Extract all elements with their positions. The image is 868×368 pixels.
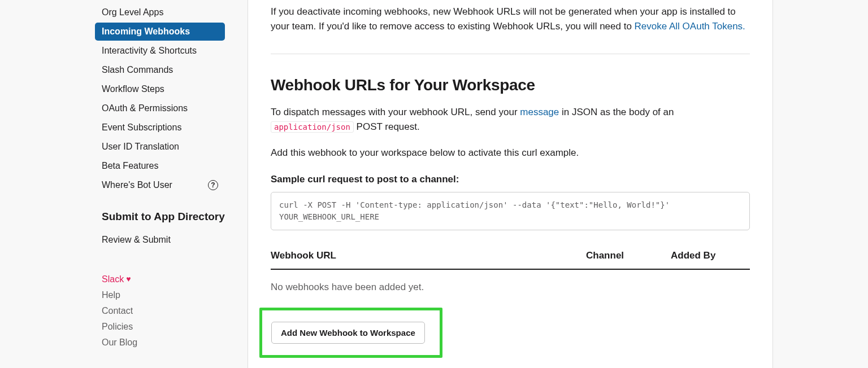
desc-part2: in JSON as the body of an [559,107,674,117]
submit-list: Review & Submit [95,231,225,249]
sidebar-item-user-id-translation[interactable]: User ID Translation [95,138,225,156]
footer-label: Our Blog [102,338,137,347]
nav-list: Org Level Apps Incoming Webhooks Interac… [95,3,225,194]
intro-text: If you deactivate incoming webhooks, new… [271,5,750,34]
sidebar-item-label: Interactivity & Shortcuts [102,44,197,58]
sidebar-item-label: Org Level Apps [102,6,163,19]
footer-brand-label: Slack [102,273,124,286]
main-content: If you deactivate incoming webhooks, new… [248,0,773,368]
table-head: Webhook URL Channel Added By [271,248,750,270]
desc-part3: POST request. [354,121,420,132]
footer-label: Policies [102,322,133,331]
code-block[interactable]: curl -X POST -H 'Content-type: applicati… [271,192,750,230]
footer-brand[interactable]: Slack ♥ [95,271,225,287]
empty-row: No webhooks have been added yet. [271,270,750,308]
sidebar-item-org-level-apps[interactable]: Org Level Apps [95,3,225,21]
sidebar: Org Level Apps Incoming Webhooks Interac… [95,0,225,368]
sidebar-item-label: Where's Bot User [102,178,172,192]
message-link[interactable]: message [520,107,559,117]
sample-label: Sample curl request to post to a channel… [271,172,750,187]
desc-part1: To dispatch messages with your webhook U… [271,107,520,117]
sidebar-item-workflow-steps[interactable]: Workflow Steps [95,80,225,98]
sidebar-item-label: User ID Translation [102,140,179,154]
help-icon[interactable]: ? [208,180,218,190]
divider [271,54,750,54]
section-heading: Webhook URLs for Your Workspace [271,73,750,97]
sidebar-item-label: Slash Commands [102,63,173,77]
col-channel: Channel [586,248,671,263]
footer-contact[interactable]: Contact [95,303,225,319]
desc-2: Add this webhook to your workspace below… [271,146,750,160]
footer-help[interactable]: Help [95,287,225,303]
heart-icon: ♥ [126,273,131,285]
sidebar-item-label: Incoming Webhooks [102,25,190,38]
footer-policies[interactable]: Policies [95,319,225,335]
add-webhook-button[interactable]: Add New Webhook to Workspace [271,322,425,344]
sidebar-item-beta-features[interactable]: Beta Features [95,157,225,175]
sidebar-item-interactivity[interactable]: Interactivity & Shortcuts [95,42,225,60]
sidebar-item-label: Workflow Steps [102,82,164,96]
sidebar-item-oauth-permissions[interactable]: OAuth & Permissions [95,99,225,117]
footer-label: Contact [102,306,133,316]
highlight-box: Add New Webhook to Workspace [259,308,442,358]
col-url: Webhook URL [271,248,586,263]
sidebar-item-incoming-webhooks[interactable]: Incoming Webhooks [95,23,225,41]
inline-code: application/json [271,121,354,133]
desc-1: To dispatch messages with your webhook U… [271,105,750,135]
footer-blog[interactable]: Our Blog [95,335,225,351]
sidebar-item-label: Review & Submit [102,233,171,247]
sidebar-item-review-submit[interactable]: Review & Submit [95,231,225,249]
footer-label: Help [102,290,120,300]
sidebar-item-label: Beta Features [102,159,159,173]
footer-list: Slack ♥ Help Contact Policies Our Blog [95,271,225,351]
col-added: Added By [671,248,750,263]
sidebar-item-label: Event Subscriptions [102,121,181,134]
sidebar-item-event-subscriptions[interactable]: Event Subscriptions [95,119,225,137]
sidebar-item-wheres-bot-user[interactable]: Where's Bot User ? [95,176,225,194]
sidebar-item-label: OAuth & Permissions [102,102,188,115]
submit-heading: Submit to App Directory [102,210,225,224]
revoke-tokens-link[interactable]: Revoke All OAuth Tokens. [635,21,745,32]
sidebar-item-slash-commands[interactable]: Slash Commands [95,61,225,79]
